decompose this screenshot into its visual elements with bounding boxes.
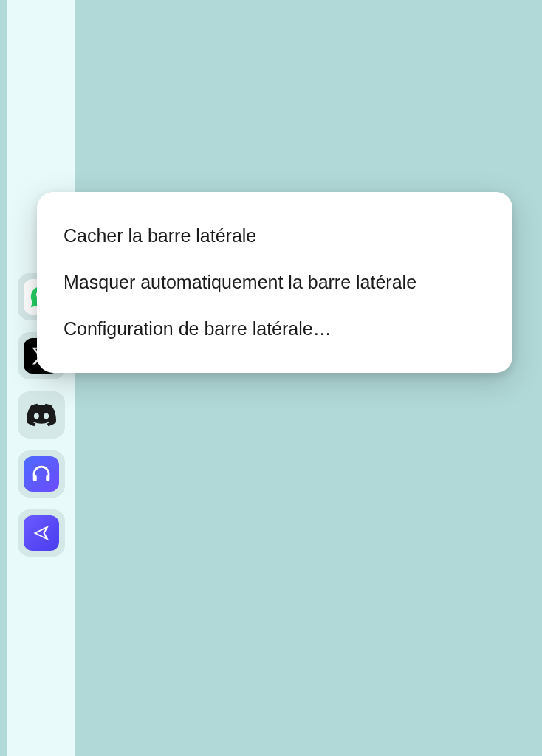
discord-icon	[24, 397, 59, 433]
sidebar-item-headphones[interactable]	[18, 450, 65, 498]
menu-item-hide-sidebar[interactable]: Cacher la barre latérale	[37, 213, 512, 259]
menu-item-auto-hide-sidebar[interactable]: Masquer automatiquement la barre latéral…	[37, 259, 512, 306]
context-menu: Cacher la barre latérale Masquer automat…	[37, 192, 512, 373]
sidebar-item-discord[interactable]	[18, 391, 65, 439]
left-edge-strip	[0, 0, 7, 756]
send-icon	[24, 515, 59, 551]
headphones-icon	[24, 456, 59, 492]
sidebar	[7, 0, 75, 756]
svg-rect-1	[46, 475, 49, 481]
svg-rect-0	[33, 475, 37, 481]
menu-item-configure-sidebar[interactable]: Configuration de barre latérale…	[37, 306, 512, 352]
sidebar-item-send[interactable]	[18, 509, 65, 557]
